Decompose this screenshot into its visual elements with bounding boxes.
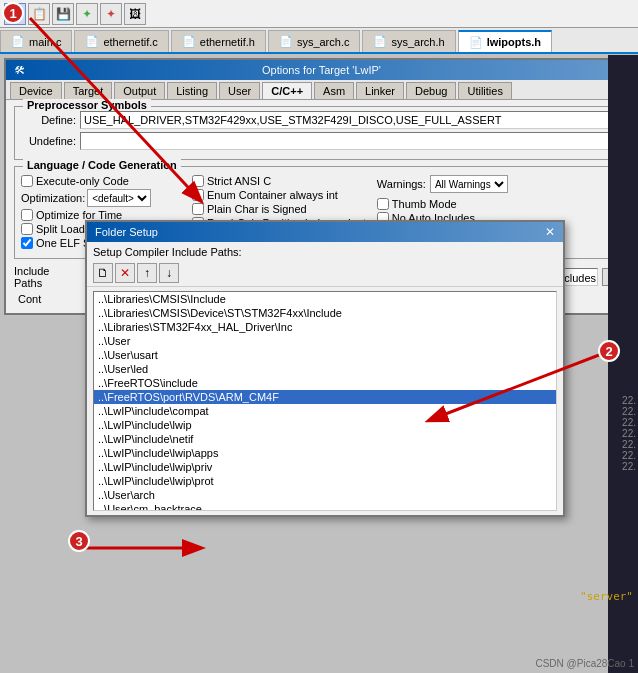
tab-user[interactable]: User xyxy=(219,82,260,99)
tab-label: sys_arch.h xyxy=(391,36,444,48)
tab-listing[interactable]: Listing xyxy=(167,82,217,99)
file-tab-bar: 📄 main.c 📄 ethernetif.c 📄 ethernetif.h 📄… xyxy=(0,28,638,54)
undefine-row: Undefine: xyxy=(21,132,617,150)
badge-3: 3 xyxy=(68,530,90,552)
optimization-select[interactable]: <default> xyxy=(87,189,151,207)
execute-only-label: Execute-only Code xyxy=(36,175,129,187)
server-label: "server" xyxy=(580,590,633,603)
main-toolbar: ↖ 📋 💾 ✦ ✦ 🖼 xyxy=(0,0,638,28)
optimize-row: Optimization: <default> xyxy=(21,189,184,207)
file-tab-sys-arch-h[interactable]: 📄 sys_arch.h xyxy=(362,30,455,52)
folder-toolbar: 🗋 ✕ ↑ ↓ xyxy=(87,260,563,287)
enum-container-check: Enum Container always int xyxy=(192,189,369,201)
warnings-select[interactable]: All Warnings xyxy=(430,175,508,193)
new-folder-btn[interactable]: 🗋 xyxy=(93,263,113,283)
plain-char-check: Plain Char is Signed xyxy=(192,203,369,215)
list-item[interactable]: ..\FreeRTOS\include xyxy=(94,376,556,390)
warnings-label: Warnings: xyxy=(377,178,426,190)
enum-container-checkbox[interactable] xyxy=(192,189,204,201)
thumb-mode-label: Thumb Mode xyxy=(392,198,457,210)
dialog-tab-bar: Device Target Output Listing User C/C++ … xyxy=(6,80,632,100)
move-down-btn[interactable]: ↓ xyxy=(159,263,179,283)
define-input[interactable] xyxy=(80,111,617,129)
plain-char-label: Plain Char is Signed xyxy=(207,203,307,215)
folder-close-icon[interactable]: ✕ xyxy=(545,225,555,239)
folder-title-text: Folder Setup xyxy=(95,226,158,238)
folder-path-list[interactable]: ..\Libraries\CMSIS\Include ..\Libraries\… xyxy=(93,291,557,511)
tab-icon: 📄 xyxy=(182,35,196,48)
tab-utilities[interactable]: Utilities xyxy=(458,82,511,99)
plain-char-checkbox[interactable] xyxy=(192,203,204,215)
strict-ansi-checkbox[interactable] xyxy=(192,175,204,187)
tab-icon: 📄 xyxy=(279,35,293,48)
list-item[interactable]: ..\Libraries\CMSIS\Device\ST\STM32F4xx\I… xyxy=(94,306,556,320)
list-item[interactable]: ..\LwIP\include\lwip\prot xyxy=(94,474,556,488)
toolbar-btn-star1[interactable]: ✦ xyxy=(76,3,98,25)
list-item[interactable]: ..\LwIP\include\lwip\priv xyxy=(94,460,556,474)
list-item-selected[interactable]: ..\FreeRTOS\port\RVDS\ARM_CM4F xyxy=(94,390,556,404)
badge-1: 1 xyxy=(2,2,24,24)
tab-icon: 📄 xyxy=(11,35,25,48)
thumb-mode-check: Thumb Mode xyxy=(377,198,508,210)
preprocessor-group: Preprocessor Symbols Define: Undefine: xyxy=(14,106,624,160)
toolbar-btn-copy[interactable]: 📋 xyxy=(28,3,50,25)
list-item[interactable]: ..\Libraries\STM32F4xx_HAL_Driver\Inc xyxy=(94,320,556,334)
undef-label: Undefine: xyxy=(21,135,76,147)
csdn-watermark: CSDN @Pica28Cao 1 xyxy=(535,658,634,669)
file-tab-ethernetif-h[interactable]: 📄 ethernetif.h xyxy=(171,30,266,52)
folder-dialog-titlebar: Folder Setup ✕ xyxy=(87,222,563,242)
tab-output[interactable]: Output xyxy=(114,82,165,99)
list-item[interactable]: ..\LwIP\include\lwip xyxy=(94,418,556,432)
undef-input[interactable] xyxy=(80,132,617,150)
file-tab-main-c[interactable]: 📄 main.c xyxy=(0,30,72,52)
list-item[interactable]: ..\LwIP\include\netif xyxy=(94,432,556,446)
define-row: Define: xyxy=(21,111,617,129)
tab-label: ethernetif.h xyxy=(200,36,255,48)
tab-cpp[interactable]: C/C++ xyxy=(262,82,312,99)
thumb-mode-checkbox[interactable] xyxy=(377,198,389,210)
include-paths-label: IncludePaths xyxy=(14,265,94,289)
tab-label: main.c xyxy=(29,36,61,48)
delete-folder-btn[interactable]: ✕ xyxy=(115,263,135,283)
language-label: Language / Code Generation xyxy=(23,159,181,171)
tab-label: lwipopts.h xyxy=(487,36,541,48)
tab-linker[interactable]: Linker xyxy=(356,82,404,99)
dialog-titlebar: 🛠 Options for Target 'LwIP' ✕ xyxy=(6,60,632,80)
tab-icon: 📄 xyxy=(373,35,387,48)
dialog-title-text: Options for Target 'LwIP' xyxy=(262,64,381,76)
badge-2: 2 xyxy=(598,340,620,362)
list-item[interactable]: ..\User xyxy=(94,334,556,348)
list-item[interactable]: ..\User\led xyxy=(94,362,556,376)
move-up-btn[interactable]: ↑ xyxy=(137,263,157,283)
preprocessor-label: Preprocessor Symbols xyxy=(23,99,151,111)
one-elf-checkbox[interactable] xyxy=(21,237,33,249)
file-tab-sys-arch-c[interactable]: 📄 sys_arch.c xyxy=(268,30,361,52)
tab-device[interactable]: Device xyxy=(10,82,62,99)
list-item[interactable]: ..\User\cm_backtrace xyxy=(94,502,556,511)
optimize-time-checkbox[interactable] xyxy=(21,209,33,221)
list-item[interactable]: ..\User\usart xyxy=(94,348,556,362)
list-item[interactable]: ..\LwIP\include\compat xyxy=(94,404,556,418)
toolbar-btn-image[interactable]: 🖼 xyxy=(124,3,146,25)
execute-only-checkbox[interactable] xyxy=(21,175,33,187)
file-tab-ethernetif-c[interactable]: 📄 ethernetif.c xyxy=(74,30,168,52)
execute-only-check: Execute-only Code xyxy=(21,175,184,187)
optimization-label: Optimization: xyxy=(21,192,85,204)
dialog-title-icon: 🛠 xyxy=(14,64,25,76)
define-label: Define: xyxy=(21,114,76,126)
tab-asm[interactable]: Asm xyxy=(314,82,354,99)
tab-debug[interactable]: Debug xyxy=(406,82,456,99)
toolbar-btn-save[interactable]: 💾 xyxy=(52,3,74,25)
list-item[interactable]: ..\Libraries\CMSIS\Include xyxy=(94,292,556,306)
line-numbers-panel: 22.22.22.22.22.22.22. xyxy=(608,55,638,673)
tab-label: ethernetif.c xyxy=(103,36,157,48)
tab-icon: 📄 xyxy=(469,36,483,49)
toolbar-btn-star2[interactable]: ✦ xyxy=(100,3,122,25)
list-item[interactable]: ..\User\arch xyxy=(94,488,556,502)
folder-subtitle: Setup Compiler Include Paths: xyxy=(87,242,563,260)
file-tab-lwipopts-h[interactable]: 📄 lwipopts.h xyxy=(458,30,552,52)
tab-target[interactable]: Target xyxy=(64,82,113,99)
list-item[interactable]: ..\LwIP\include\lwip\apps xyxy=(94,446,556,460)
strict-ansi-label: Strict ANSI C xyxy=(207,175,271,187)
split-load-checkbox[interactable] xyxy=(21,223,33,235)
